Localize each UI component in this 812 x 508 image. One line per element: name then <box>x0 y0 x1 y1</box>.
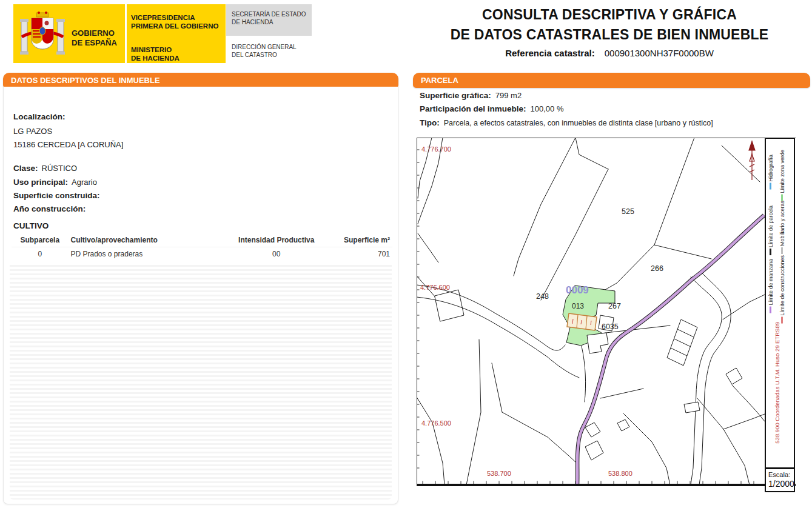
cultivo-header-row: Subparcela Cultivo/aprovechamiento Inten… <box>12 233 392 247</box>
secretaria-line2: DE HACIENDA <box>232 18 312 26</box>
secretaria-estado-label: SECRETARÍA DE ESTADO DE HACIENDA <box>226 4 312 36</box>
document-title: CONSULTA DESCRIPTIVA Y GRÁFICA DE DATOS … <box>418 5 800 58</box>
vicepresidencia-label: VICEPRESIDENCIA PRIMERA DEL GOBIERNO <box>131 13 218 30</box>
legend-item-hidrografia: Hidrografía <box>768 155 774 192</box>
superficie-construida-label: Superficie construida: <box>13 191 100 200</box>
logo-divider <box>125 4 127 63</box>
vicepresidencia-line2: PRIMERA DEL GOBIERNO <box>131 22 218 30</box>
cadastral-consultation-page: GOBIERNO DE ESPAÑA VICEPRESIDENCIA PRIME… <box>0 0 812 508</box>
col-intensidad: Intensidad Productiva <box>221 233 332 247</box>
title-line1: CONSULTA DESCRIPTIVA Y GRÁFICA <box>418 5 800 25</box>
cultivo-title: CULTIVO <box>13 221 49 230</box>
legend-item-limite-parcela: Límite de parcela <box>768 206 774 257</box>
cell-cultivo: PD Prados o praderas <box>69 247 221 261</box>
cadastral-map-svg <box>417 138 796 492</box>
legend-line-swatch <box>770 249 772 255</box>
legend-line-swatch <box>782 195 783 201</box>
anio-construccion-field: Año construcción: <box>13 204 89 213</box>
participacion-label: Participación del inmueble: <box>420 104 526 113</box>
buildings-group <box>585 315 742 460</box>
participacion-value: 100,00 % <box>531 104 564 113</box>
cell-intensidad: 00 <box>221 247 332 261</box>
participacion-field: Participación del inmueble:100,00 % <box>420 104 563 113</box>
superficie-grafica-field: Superficie gráfica:799 m2 <box>420 91 522 100</box>
north-arrow-icon <box>749 141 755 180</box>
clase-field: Clase:RÚSTICO <box>13 164 77 173</box>
uso-value: Agrario <box>72 178 97 187</box>
escala-label: Escala: <box>768 471 794 478</box>
legend-item-mobiliario: Mobiliario y aceras <box>780 201 785 256</box>
title-line2: DE DATOS CATASTRALES DE BIEN INMUEBLE <box>418 25 800 45</box>
legend-item-label: Límite de manzana <box>768 259 774 306</box>
coat-of-arms-icon <box>18 9 67 60</box>
gobierno-name: GOBIERNO DE ESPAÑA <box>72 28 117 48</box>
direccion-general-label: DIRECCIÓN GENERAL DEL CATASTRO <box>232 43 297 59</box>
referencia-label: Referencia catastral: <box>505 48 595 58</box>
gobierno-espana-logo: GOBIERNO DE ESPAÑA VICEPRESIDENCIA PRIME… <box>13 4 226 63</box>
direccion-line1: DIRECCIÓN GENERAL <box>232 43 297 51</box>
cell-subparcela: 0 <box>12 247 69 261</box>
vicepresidencia-line1: VICEPRESIDENCIA <box>131 13 218 22</box>
localizacion-label: Localización: <box>13 112 65 121</box>
cultivo-data-row: 0 PD Prados o praderas 00 701 <box>12 247 392 261</box>
gobierno-line2: DE ESPAÑA <box>72 38 117 48</box>
map-legend: Hidrografía Límite zona verde Límite de … <box>765 138 795 469</box>
legend-line-swatch <box>770 183 772 190</box>
legend-item-limite-manzana: Límite de manzana <box>768 259 774 315</box>
superficie-grafica-label: Superficie gráfica: <box>420 91 491 100</box>
section-header-parcela: PARCELA <box>413 73 810 88</box>
tipo-value: Parcela, a efectos catastrales, con inmu… <box>444 119 713 127</box>
gobierno-line1: GOBIERNO <box>72 28 117 38</box>
datos-descriptivos-panel: Localización: LG PAZOS 15186 CERCEDA [A … <box>3 87 398 504</box>
cell-superficie: 701 <box>332 247 392 261</box>
cadastral-map: 4.776.7004.776.6004.776.500538.700538.80… <box>417 138 797 494</box>
tipo-label: Tipo: <box>420 118 440 127</box>
section-header-datos-descriptivos: DATOS DESCRIPTIVOS DEL INMUEBLE <box>3 73 398 88</box>
legend-item-label: Hidrografía <box>768 155 774 182</box>
col-cultivo: Cultivo/aprovechamiento <box>69 233 221 247</box>
legend-line-swatch <box>770 307 772 313</box>
legend-line-swatch <box>782 247 783 254</box>
localizacion-label-text: Localización: <box>13 112 65 121</box>
empty-table-stripes <box>10 262 392 500</box>
superficie-grafica-value: 799 m2 <box>495 91 522 100</box>
clase-value: RÚSTICO <box>42 164 78 173</box>
cultivo-table: Subparcela Cultivo/aprovechamiento Inten… <box>12 233 392 261</box>
legend-item-label: Límite de construcciones <box>779 255 785 316</box>
map-bottom-axis <box>417 484 796 486</box>
legend-line-swatch <box>782 317 783 324</box>
legend-item-label: Mobiliario y aceras <box>779 201 785 246</box>
uso-principal-field: Uso principal:Agrario <box>13 178 97 187</box>
tipo-field: Tipo:Parcela, a efectos catastrales, con… <box>420 118 713 127</box>
clase-label: Clase: <box>13 164 38 173</box>
anio-construccion-label: Año construcción: <box>13 204 86 213</box>
escala-value: 1/2000 <box>768 479 794 489</box>
map-coordinate-system-label: 538.900 Coordenadas U.T.M. Huso 29 ETRS8… <box>774 322 780 444</box>
col-subparcela: Subparcela <box>12 233 69 247</box>
localizacion-line1: LG PAZOS <box>13 127 52 136</box>
localizacion-line2: 15186 CERCEDA [A CORUÑA] <box>13 140 123 149</box>
superficie-construida-field: Superficie construida: <box>13 191 104 200</box>
ministerio-line1: MINISTERIO <box>131 45 180 54</box>
col-superficie: Superficie m² <box>332 233 392 247</box>
direccion-line2: DEL CATASTRO <box>232 51 297 59</box>
secretaria-line1: SECRETARÍA DE ESTADO <box>232 10 312 18</box>
map-scale-box: Escala: 1/2000 <box>765 468 795 492</box>
legend-item-label: Límite de parcela <box>768 206 774 247</box>
ministerio-line2: DE HACIENDA <box>131 54 180 62</box>
legend-item-zona-verde: Límite zona verde <box>780 150 785 203</box>
referencia-value: 000901300NH37F0000BW <box>605 48 714 58</box>
referencia-catastral: Referencia catastral:000901300NH37F0000B… <box>418 48 800 58</box>
legend-item-label: Límite zona verde <box>779 150 785 193</box>
uso-label: Uso principal: <box>13 178 68 187</box>
legend-item-limite-construcciones: Límite de construcciones <box>780 255 785 326</box>
ministerio-label: MINISTERIO DE HACIENDA <box>131 45 180 62</box>
